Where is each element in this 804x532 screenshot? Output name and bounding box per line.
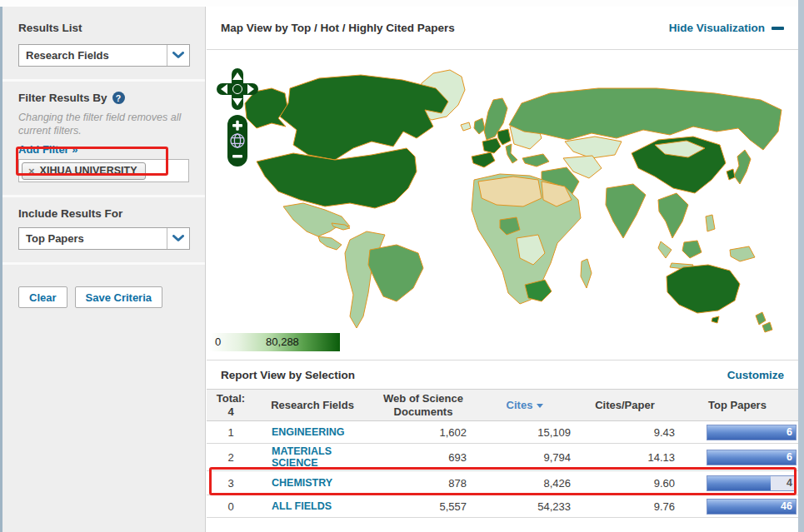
- wos-documents-value: 878: [370, 471, 477, 495]
- world-map[interactable]: [207, 52, 798, 335]
- cites-value: 15,109: [477, 421, 573, 443]
- sort-descending-icon: [537, 404, 543, 408]
- esi-page: Results List Research Fields Filter Resu…: [0, 0, 804, 532]
- table-row-engineering: 1 ENGINEERING 1,602 15,109 9.43 6: [207, 421, 798, 444]
- include-results-section: Include Results For Top Papers: [2, 197, 205, 265]
- filter-by-section: Filter Results By ? Changing the filter …: [2, 82, 205, 197]
- column-header-research-fields: Research Fields: [255, 390, 370, 420]
- top-papers-bar: 46: [707, 499, 797, 515]
- minus-icon: [772, 27, 784, 30]
- filter-tag-label: XIHUA UNIVERSITY: [40, 165, 137, 177]
- customize-link[interactable]: Customize: [727, 369, 784, 381]
- include-results-selected-value: Top Papers: [19, 228, 167, 249]
- top-papers-bar: 6: [707, 425, 797, 440]
- table-row-materials-science: 2 MATERIALS SCIENCE 693 9,794 14.13 6: [207, 444, 798, 471]
- legend-max-value: 80,288: [266, 336, 299, 348]
- cites-per-paper-value: 9.60: [573, 471, 677, 495]
- zoom-out-button[interactable]: [232, 155, 242, 157]
- window-top-strip: [0, 0, 804, 7]
- top-papers-value: 46: [781, 500, 792, 512]
- wos-documents-value: 1,602: [370, 421, 477, 443]
- column-header-top-papers: Top Papers: [677, 390, 798, 420]
- filter-tag[interactable]: × XIHUA UNIVERSITY: [22, 162, 146, 180]
- results-list-heading: Results List: [18, 22, 190, 34]
- main-panel: Map View by Top / Hot / Highly Cited Pap…: [207, 7, 798, 532]
- filter-input[interactable]: × XIHUA UNIVERSITY: [18, 159, 189, 182]
- cites-per-paper-value: 14.13: [573, 444, 677, 470]
- column-header-cites-paper: Cites/Paper: [573, 390, 677, 420]
- column-header-cites[interactable]: Cites: [477, 390, 573, 420]
- top-papers-value: 6: [787, 426, 792, 438]
- cites-per-paper-value: 9.76: [573, 495, 677, 517]
- row-rank: 0: [207, 495, 255, 517]
- include-results-select[interactable]: Top Papers: [18, 227, 190, 250]
- field-link[interactable]: ENGINEERING: [272, 426, 345, 438]
- map-countries[interactable]: [245, 70, 782, 332]
- map-legend: 0 80,288: [210, 333, 340, 351]
- include-results-heading: Include Results For: [18, 207, 190, 220]
- map-view-header: Map View by Top / Hot / Highly Cited Pap…: [207, 7, 798, 50]
- field-link[interactable]: CHEMISTRY: [272, 477, 332, 489]
- window-scrollbar-strip[interactable]: [798, 0, 804, 532]
- filter-sidebar: Results List Research Fields Filter Resu…: [2, 7, 206, 532]
- report-view-header: Report View by Selection Customize: [207, 360, 798, 389]
- cites-value: 8,426: [477, 471, 573, 495]
- save-criteria-button[interactable]: Save Criteria: [75, 286, 163, 308]
- actions-section: Clear Save Criteria: [2, 265, 205, 321]
- results-list-section: Results List Research Fields: [2, 7, 205, 82]
- results-list-selected-value: Research Fields: [19, 45, 167, 66]
- help-icon[interactable]: ?: [112, 92, 125, 104]
- filter-by-heading: Filter Results By: [18, 92, 107, 104]
- results-list-select[interactable]: Research Fields: [18, 44, 190, 67]
- cites-value: 54,233: [477, 495, 573, 517]
- top-papers-bar: 4: [707, 475, 797, 491]
- chevron-down-icon[interactable]: [167, 45, 189, 66]
- table-header-row: Total:4 Research Fields Web of Science D…: [207, 389, 798, 421]
- column-header-wos-documents: Web of Science Documents: [370, 390, 477, 420]
- map-view-title: Map View by Top / Hot / Highly Cited Pap…: [221, 22, 455, 34]
- report-view-title: Report View by Selection: [221, 369, 355, 381]
- column-header-total: Total:4: [207, 390, 255, 420]
- clear-button[interactable]: Clear: [18, 286, 67, 308]
- remove-filter-icon[interactable]: ×: [28, 165, 35, 177]
- field-link[interactable]: MATERIALS SCIENCE: [272, 445, 370, 470]
- map-zoom-control[interactable]: [227, 115, 247, 167]
- row-rank: 2: [207, 444, 255, 470]
- add-filter-link[interactable]: Add Filter »: [18, 143, 78, 156]
- top-papers-bar: 6: [707, 450, 797, 465]
- legend-min-value: 0: [215, 336, 221, 348]
- chevron-down-icon[interactable]: [167, 228, 189, 249]
- row-rank: 1: [207, 421, 255, 443]
- wos-documents-value: 5,557: [370, 495, 477, 517]
- top-papers-value: 6: [787, 451, 792, 463]
- filter-note: Changing the filter field removes all cu…: [18, 112, 189, 137]
- table-row-chemistry: 3 CHEMISTRY 878 8,426 9.60 4: [207, 471, 798, 495]
- row-rank: 3: [207, 471, 255, 495]
- top-papers-value: 4: [787, 477, 792, 489]
- map-visualization[interactable]: 0 80,288: [207, 50, 798, 360]
- table-row-all-fields: 0 ALL FIELDS 5,557 54,233 9.76 46: [207, 495, 798, 518]
- cites-value: 9,794: [477, 444, 573, 470]
- hide-visualization-link[interactable]: Hide Visualization: [669, 22, 784, 34]
- field-link[interactable]: ALL FIELDS: [272, 500, 332, 512]
- cites-per-paper-value: 9.43: [573, 421, 677, 443]
- wos-documents-value: 693: [370, 444, 477, 470]
